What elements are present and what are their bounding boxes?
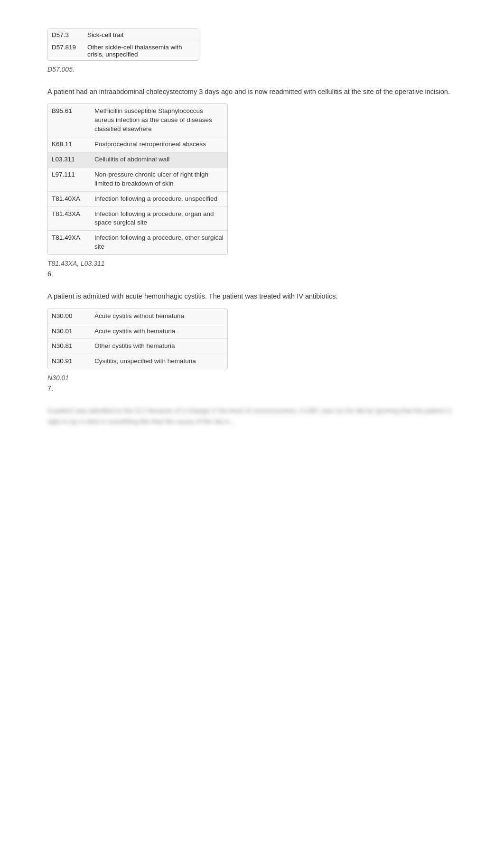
desc-l97111: Non-pressure chronic ulcer of right thig… [91,168,227,191]
row-l97111: L97.111 Non-pressure chronic ulcer of ri… [48,168,227,192]
code-n3081: N30.81 [48,339,91,354]
code-n3091: N30.91 [48,354,91,369]
row-n3001: N30.01 Acute cystitis with hematuria [48,324,227,339]
question-6-text: A patient is admitted with acute hemorrh… [47,291,457,301]
question-5-text: A patient had an intraabdominal cholecys… [47,86,457,97]
code-n3001: N30.01 [48,324,91,339]
code-n3000: N30.00 [48,309,91,324]
top-codes-section: D57.3 Sick-cell trait D57.819 Other sick… [47,28,457,73]
code-t8149xa: T81.49XA [48,231,91,254]
answer-5: T81.43XA, L03.311 [47,260,457,267]
desc-t8143xa: Infection following a procedure, organ a… [91,207,227,231]
code-l03311: L03.311 [48,152,91,167]
number-5: 6. [47,270,457,278]
code-t8143xa: T81.43XA [48,207,91,231]
number-6: 7. [47,384,457,392]
desc-n3091: Cysititis, unspecified with hematuria [91,354,227,369]
code-l97111: L97.111 [48,168,91,191]
code-row-d573: D57.3 Sick-cell trait [48,29,199,41]
row-t8140xa: T81.40XA Infection following a procedure… [48,192,227,207]
section-5-table: B95.61 Methicillin susceptible Staphyloc… [47,103,228,255]
row-n3091: N30.91 Cysititis, unspecified with hemat… [48,354,227,369]
desc-k6811: Postprocedural retroperitoneal abscess [91,137,227,152]
code-t8140xa: T81.40XA [48,192,91,206]
answer-top: D57.005. [47,66,457,73]
row-n3081: N30.81 Other cystitis with hematuria [48,339,227,354]
row-t8149xa: T81.49XA Infection following a procedure… [48,231,227,254]
code-k6811: K68.11 [48,137,91,152]
code-d573: D57.3 [52,31,87,38]
section-6-table: N30.00 Acute cystitis without hematuria … [47,309,228,370]
row-k6811: K68.11 Postprocedural retroperitoneal ab… [48,137,227,152]
desc-d57819: Other sickle-cell thalassemia with crisi… [87,44,195,58]
answer-6: N30.01 [47,374,457,382]
desc-b9561: Methicillin susceptible Staphylococcus a… [91,104,227,137]
desc-n3000: Acute cystitis without hematuria [91,309,227,324]
code-d57819: D57.819 [52,44,87,58]
row-l03311: L03.311 Cellulitis of abdominal wall [48,152,227,168]
code-b9561: B95.61 [48,104,91,137]
row-b9561: B95.61 Methicillin susceptible Staphyloc… [48,104,227,137]
blurred-content: A patient was admitted to the ICU becaus… [47,405,457,427]
desc-n3081: Other cystitis with hematuria [91,339,227,354]
code-row-d57819: D57.819 Other sickle-cell thalassemia wi… [48,41,199,60]
desc-d573: Sick-cell trait [87,31,124,38]
top-code-table: D57.3 Sick-cell trait D57.819 Other sick… [47,28,199,61]
row-t8143xa: T81.43XA Infection following a procedure… [48,207,227,231]
desc-t8140xa: Infection following a procedure, unspeci… [91,192,227,206]
desc-t8149xa: Infection following a procedure, other s… [91,231,227,254]
row-n3000: N30.00 Acute cystitis without hematuria [48,309,227,324]
section-5: A patient had an intraabdominal cholecys… [47,86,457,278]
desc-n3001: Acute cystitis with hematuria [91,324,227,339]
desc-l03311: Cellulitis of abdominal wall [91,152,227,167]
section-6: A patient is admitted with acute hemorrh… [47,291,457,392]
